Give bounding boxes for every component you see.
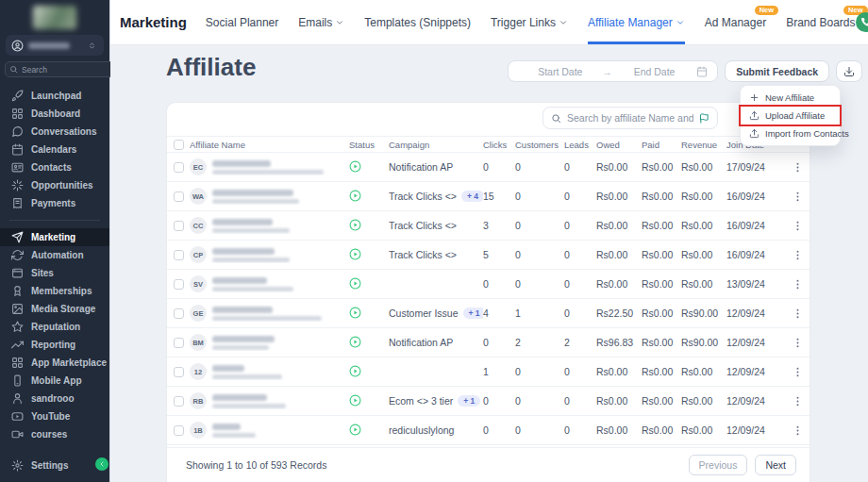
- status-active-icon[interactable]: [349, 394, 361, 407]
- table-body: ECNotification AP000Rs0.00Rs0.00Rs0.0017…: [167, 153, 810, 445]
- email-redacted: [212, 345, 269, 350]
- checkbox-cell: [167, 367, 190, 377]
- join-date-cell: 12/09/24: [726, 424, 785, 436]
- actions-cell: [785, 191, 810, 203]
- tab-emails[interactable]: Emails: [298, 0, 344, 44]
- phone-button[interactable]: [856, 12, 868, 32]
- sidebar-item-label: Dashboard: [31, 108, 80, 119]
- avatar: BM: [190, 334, 207, 351]
- tab-affiliate-manager[interactable]: Affiliate Manager: [588, 0, 685, 44]
- row-actions-menu-icon[interactable]: [792, 337, 804, 349]
- sidebar-collapse-button[interactable]: [95, 457, 108, 471]
- menu-item-import-from-contacts[interactable]: Import from Contacts: [741, 125, 840, 142]
- date-range-picker[interactable]: Start Date → End Date: [508, 60, 718, 82]
- tab-ad-manager[interactable]: Ad ManagerNew: [705, 0, 766, 44]
- sidebar-item-dashboard[interactable]: Dashboard: [0, 105, 109, 123]
- sidebar-item-opportunities[interactable]: Opportunities: [0, 176, 109, 194]
- sidebar-item-reputation[interactable]: Reputation: [0, 318, 109, 336]
- row-checkbox[interactable]: [174, 425, 184, 436]
- sidebar-item-label: Calendars: [31, 144, 76, 155]
- previous-button[interactable]: Previous: [689, 455, 748, 475]
- end-date-field[interactable]: End Date: [612, 66, 696, 77]
- sidebar-item-memberships[interactable]: Memberships: [0, 282, 109, 300]
- sidebar-item-settings[interactable]: Settings: [0, 457, 109, 474]
- email-redacted: [212, 433, 256, 438]
- next-button[interactable]: Next: [755, 455, 796, 475]
- tab-trigger-links[interactable]: Trigger Links: [491, 0, 568, 44]
- sidebar-item-marketing[interactable]: Marketing: [0, 228, 109, 246]
- tab-social-planner[interactable]: Social Planner: [206, 0, 278, 44]
- row-actions-menu-icon[interactable]: [792, 191, 804, 203]
- affiliate-search[interactable]: [542, 107, 718, 129]
- row-checkbox[interactable]: [174, 250, 184, 260]
- start-date-field[interactable]: Start Date: [518, 66, 602, 77]
- menu-item-new-affiliate[interactable]: New Affiliate: [741, 89, 840, 107]
- status-active-icon[interactable]: [349, 248, 361, 260]
- row-checkbox[interactable]: [174, 221, 184, 231]
- affiliate-search-input[interactable]: [567, 112, 693, 124]
- row-checkbox[interactable]: [174, 162, 184, 173]
- export-button[interactable]: [836, 60, 862, 82]
- menu-item-upload-affiliate[interactable]: Upload Affiliate: [741, 107, 840, 125]
- sidebar-item-conversations[interactable]: Conversations: [0, 123, 109, 141]
- row-actions-menu-icon[interactable]: [792, 307, 804, 320]
- sidebar-item-payments[interactable]: Payments: [0, 194, 109, 212]
- affiliate-name-cell: SV: [190, 275, 349, 292]
- row-checkbox[interactable]: [174, 396, 184, 407]
- row-actions-menu-icon[interactable]: [792, 220, 804, 232]
- row-actions-menu-icon[interactable]: [792, 424, 804, 437]
- sidebar-item-contacts[interactable]: Contacts: [0, 158, 109, 176]
- campaign-cell: Track Clicks <>: [389, 249, 483, 260]
- sidebar-item-launchpad[interactable]: Launchpad: [0, 87, 109, 105]
- status-active-icon[interactable]: [349, 160, 361, 173]
- status-active-icon[interactable]: [349, 277, 361, 290]
- affiliate-table-card: Affiliate NameStatusCampaignClicksCustom…: [166, 102, 810, 482]
- row-checkbox[interactable]: [174, 279, 184, 290]
- sidebar-item-automation[interactable]: Automation: [0, 246, 109, 264]
- status-active-icon[interactable]: [349, 219, 361, 231]
- row-checkbox[interactable]: [174, 338, 184, 348]
- status-active-icon[interactable]: [349, 365, 361, 377]
- status-active-icon[interactable]: [349, 190, 361, 202]
- tab-brand-boards[interactable]: Brand BoardsNew: [786, 0, 855, 44]
- avatar: CP: [190, 246, 207, 263]
- redacted-name: [212, 307, 322, 321]
- row-actions-menu-icon[interactable]: [792, 366, 804, 378]
- sidebar-item-reporting[interactable]: Reporting: [0, 336, 109, 354]
- sidebar-item-calendars[interactable]: Calendars: [0, 141, 109, 158]
- name-redacted: [212, 219, 273, 225]
- sidebar-item-label: Mobile App: [31, 375, 82, 386]
- sidebar-item-youtube[interactable]: YouTube: [0, 407, 109, 425]
- row-actions-menu-icon[interactable]: [792, 278, 804, 291]
- status-active-icon[interactable]: [349, 307, 361, 319]
- sidebar-item-sites[interactable]: Sites: [0, 264, 109, 282]
- row-actions-menu-icon[interactable]: [792, 249, 804, 261]
- status-active-icon[interactable]: [349, 424, 361, 436]
- sidebar-item-sandrooo[interactable]: sandrooo: [0, 390, 109, 407]
- owed-cell: Rs96.83: [596, 337, 642, 348]
- row-checkbox[interactable]: [174, 308, 184, 319]
- revenue-cell: Rs0.00: [681, 191, 726, 202]
- campaign-count-badge: + 1: [458, 395, 480, 407]
- affiliate-name-cell: CP: [190, 246, 349, 263]
- sidebar-item-app-marketplace[interactable]: App Marketplace: [0, 354, 109, 372]
- sidebar-item-courses[interactable]: courses: [0, 425, 109, 443]
- tab-templates-snippets[interactable]: Templates (Snippets): [364, 0, 471, 44]
- select-all-checkbox[interactable]: [174, 140, 184, 150]
- row-checkbox[interactable]: [174, 191, 184, 202]
- row-actions-menu-icon[interactable]: [792, 395, 804, 407]
- account-switcher[interactable]: [6, 35, 104, 56]
- row-actions-menu-icon[interactable]: [792, 161, 804, 174]
- revenue-cell: Rs0.00: [681, 424, 726, 436]
- sidebar-item-label: courses: [31, 429, 67, 440]
- owed-cell: Rs0.00: [596, 366, 642, 377]
- redacted-name: [212, 365, 282, 379]
- sidebar-item-mobile-app[interactable]: Mobile App: [0, 372, 109, 390]
- campaign-name: Notification AP: [389, 161, 453, 173]
- submit-feedback-button[interactable]: Submit Feedback: [725, 60, 829, 82]
- row-checkbox[interactable]: [174, 367, 184, 377]
- affiliate-name-cell: GE: [190, 305, 349, 322]
- sidebar-item-media-storage[interactable]: Media Storage: [0, 300, 109, 318]
- sidebar-item-label: Conversations: [31, 126, 96, 137]
- status-active-icon[interactable]: [349, 336, 361, 348]
